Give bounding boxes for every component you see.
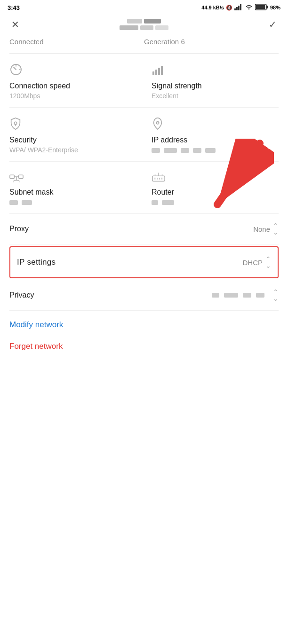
privacy-value: ⌃⌄ xyxy=(212,289,279,302)
title-bar-group-1 xyxy=(127,19,161,24)
svg-rect-3 xyxy=(240,4,241,10)
status-icons: 44.9 kB/s 🔇 98% xyxy=(201,4,280,11)
svg-rect-20 xyxy=(14,181,19,183)
ip-address-label: IP address xyxy=(152,136,279,144)
connection-status-row: Connected Generation 6 xyxy=(9,38,279,54)
top-toolbar: ✕ ✓ xyxy=(0,13,288,38)
title-bar-5 xyxy=(155,25,168,30)
time-display: 3:43 xyxy=(8,4,20,11)
connection-speed-value: 1200Mbps xyxy=(9,92,136,100)
svg-rect-2 xyxy=(238,6,240,10)
network-speed: 44.9 kB/s xyxy=(201,5,224,10)
svg-rect-6 xyxy=(266,6,268,8)
proxy-value: None ⌃⌄ xyxy=(253,222,279,236)
wifi-icon xyxy=(245,4,253,11)
generation-info: Generation 6 xyxy=(144,38,279,46)
title-bar-group-2 xyxy=(120,25,168,30)
security-value: WPA/ WPA2-Enterprise xyxy=(9,146,136,154)
privacy-mask-2 xyxy=(224,293,238,298)
title-bar-3 xyxy=(120,25,138,30)
svg-rect-10 xyxy=(155,70,157,75)
connection-speed-cell: Connection speed 1200Mbps xyxy=(9,54,144,108)
svg-point-13 xyxy=(14,122,17,125)
router-icon xyxy=(152,171,279,185)
ip-mask-3 xyxy=(181,148,189,153)
svg-text:IP: IP xyxy=(156,121,159,125)
ip-mask-5 xyxy=(205,148,216,153)
title-bar-1 xyxy=(127,19,142,24)
router-value xyxy=(152,198,279,206)
router-mask-2 xyxy=(162,200,174,205)
connection-speed-icon xyxy=(9,63,136,79)
ip-mask-1 xyxy=(152,148,160,153)
ip-settings-chevron-icon: ⌃⌄ xyxy=(265,256,271,269)
subnet-mask-icon xyxy=(9,171,136,185)
privacy-label: Privacy xyxy=(9,291,34,299)
proxy-row[interactable]: Proxy None ⌃⌄ xyxy=(9,214,279,244)
ip-address-value xyxy=(152,146,279,154)
signal-strength-label: Signal strength xyxy=(152,82,279,90)
main-content: Connected Generation 6 Connection speed … xyxy=(0,38,288,355)
privacy-mask-4 xyxy=(256,293,264,298)
signal-strength-value: Excellent xyxy=(152,92,279,100)
ip-settings-value: DHCP ⌃⌄ xyxy=(242,256,271,269)
ip-mask-4 xyxy=(193,148,201,153)
subnet-mask-2 xyxy=(22,200,32,205)
ip-mask-2 xyxy=(164,148,177,153)
ip-address-icon: IP xyxy=(152,117,279,133)
privacy-mask-1 xyxy=(212,293,219,298)
signal-strength-icon xyxy=(152,63,279,79)
security-label: Security xyxy=(9,136,136,144)
privacy-chevron-icon: ⌃⌄ xyxy=(273,289,279,302)
security-icon xyxy=(9,117,136,133)
svg-rect-1 xyxy=(236,7,238,10)
connection-speed-label: Connection speed xyxy=(9,82,136,90)
modify-network-button[interactable]: Modify network xyxy=(9,311,279,333)
svg-rect-16 xyxy=(10,175,14,179)
svg-point-4 xyxy=(248,8,250,10)
svg-rect-0 xyxy=(234,8,236,10)
router-cell: Router xyxy=(144,162,279,214)
toolbar-title-area xyxy=(23,19,265,30)
signal-strength-cell: Signal strength Excellent xyxy=(144,54,279,108)
battery-percent: 98% xyxy=(270,5,280,10)
ip-settings-label: IP settings xyxy=(17,258,56,267)
privacy-row[interactable]: Privacy ⌃⌄ xyxy=(9,280,279,311)
security-cell: Security WPA/ WPA2-Enterprise xyxy=(9,108,144,162)
title-bar-2 xyxy=(144,19,161,24)
privacy-mask-3 xyxy=(243,293,251,298)
svg-rect-7 xyxy=(256,5,265,9)
proxy-chevron-icon: ⌃⌄ xyxy=(273,222,279,236)
svg-rect-17 xyxy=(19,175,23,179)
confirm-button[interactable]: ✓ xyxy=(265,17,280,32)
svg-rect-11 xyxy=(158,68,160,75)
proxy-label: Proxy xyxy=(9,225,29,233)
forget-network-button[interactable]: Forget network xyxy=(9,333,279,355)
title-bar-4 xyxy=(140,25,153,30)
router-label: Router xyxy=(152,188,279,196)
connected-status: Connected xyxy=(9,38,144,46)
mute-icon: 🔇 xyxy=(226,5,232,11)
subnet-mask-value xyxy=(9,198,136,206)
subnet-mask-cell: Subnet mask xyxy=(9,162,144,214)
info-grid: Connection speed 1200Mbps Signal strengt… xyxy=(9,54,279,214)
proxy-value-text: None xyxy=(253,225,270,233)
router-mask-1 xyxy=(152,200,158,205)
close-button[interactable]: ✕ xyxy=(8,17,23,32)
subnet-mask-1 xyxy=(9,200,18,205)
status-bar: 3:43 44.9 kB/s 🔇 xyxy=(0,0,288,13)
battery-icon xyxy=(255,4,268,11)
svg-rect-9 xyxy=(152,71,154,75)
svg-rect-12 xyxy=(161,66,163,75)
ip-address-cell: IP IP address xyxy=(144,108,279,162)
ip-settings-row[interactable]: IP settings DHCP ⌃⌄ xyxy=(9,246,279,278)
signal-icon xyxy=(234,4,243,11)
ip-settings-value-text: DHCP xyxy=(242,259,263,267)
subnet-mask-label: Subnet mask xyxy=(9,188,136,196)
